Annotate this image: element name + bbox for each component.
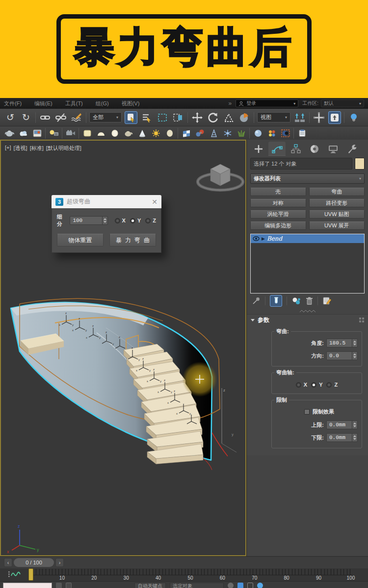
primitive-teapot-icon[interactable] [123,127,134,139]
modbtn-bend[interactable]: 弯曲 [309,188,365,196]
redo-button[interactable]: ↻ [20,111,32,124]
selection-status-field[interactable]: 选择了 12 个 对象 [250,158,352,170]
dialog-close-icon[interactable]: ✕ [152,198,158,206]
select-object-button[interactable] [125,111,137,124]
menu-file[interactable]: 文件(F) [4,100,22,107]
lower-limit-value[interactable]: 0.0mm [327,435,352,441]
search-icon[interactable] [228,583,234,588]
spinner-down-icon[interactable] [353,425,356,427]
window-crossing-toggle-button[interactable] [172,111,184,124]
viewport-menu-standard[interactable]: [标准] [30,145,44,152]
unlink-selection-icon[interactable] [54,111,67,124]
primitive-sphere-icon[interactable] [95,127,106,139]
use-pivot-point-button[interactable] [293,111,306,124]
spinner-up-icon[interactable] [353,353,356,355]
primitive-cone-icon[interactable] [136,127,148,139]
tab-utilities[interactable] [343,142,360,156]
make-unique-icon[interactable] [291,296,301,305]
subdivision-spinner[interactable]: 100 [70,216,107,225]
render-teapot-icon[interactable] [4,127,15,139]
clipboard-tool-icon[interactable] [296,127,308,139]
angle-value[interactable]: 180.5 [327,340,352,346]
dialog-titlebar[interactable]: 3 超级弯曲 ✕ [52,195,161,208]
viewport-menu-shading[interactable]: [默认明暗处理] [46,145,81,152]
modbtn-uvwmap[interactable]: UVW 贴图 [309,210,365,219]
spinner-down-icon[interactable] [353,356,356,358]
modbtn-unwrapuvw[interactable]: UVW 展开 [309,221,365,230]
dialog-axis-z-radio[interactable] [145,218,151,223]
isolate-toggle-icon[interactable] [56,583,62,588]
selection-filter-dropdown[interactable]: 全部 ▾ [89,112,122,122]
snap-toggle-icon[interactable] [313,111,325,124]
menu-overflow-icon[interactable]: » [229,100,232,107]
isolate-selection-icon[interactable] [280,127,291,139]
force-bend-button[interactable]: 暴力弯曲 [109,234,156,246]
parameters-rollout-header[interactable]: 参数 [247,315,368,325]
helper-tower-icon[interactable] [208,127,219,139]
primitive-box-icon[interactable] [81,127,93,139]
material-spheres-icon[interactable] [194,127,206,139]
upper-limit-value[interactable]: 0.0mm [327,422,352,428]
workspace-dropdown[interactable]: 默认 ▾ [321,99,364,107]
menu-edit[interactable]: 编辑(E) [34,100,53,107]
modifier-list-dropdown[interactable]: 修改器列表 ▾ [250,173,365,184]
object-reset-button[interactable]: 物体重置 [57,234,104,246]
autokey-button[interactable]: 自动关键点 [134,583,166,588]
play-controls-icon[interactable] [257,583,263,588]
modbtn-turbosmooth[interactable]: 涡轮平滑 [250,210,306,219]
foliage-grass-icon[interactable] [236,127,247,139]
angle-snap-toggle-button[interactable] [328,111,341,124]
tab-modify[interactable] [268,142,286,156]
configure-modifier-sets-icon[interactable] [322,296,332,305]
camera-icon[interactable] [65,127,76,139]
viewport-menu-pov[interactable]: [透视] [14,145,27,152]
spinner-up-icon[interactable] [104,218,106,220]
modbtn-shell[interactable]: 壳 [250,188,306,196]
bind-to-spacewarp-icon[interactable] [70,111,83,124]
lower-limit-spinner[interactable]: 0.0mm [326,433,358,442]
modbtn-symmetry[interactable]: 对称 [250,199,306,207]
select-and-scale-button[interactable] [222,111,235,124]
previous-frame-button[interactable]: ‹ [4,558,12,567]
bracket-mode-icon[interactable] [247,583,253,588]
select-and-move-button[interactable] [191,111,204,124]
next-frame-button[interactable]: › [55,558,64,567]
selection-set-dropdown[interactable]: 选定对象 [170,583,224,588]
time-scrubber-handle[interactable] [28,568,33,581]
select-by-name-button[interactable] [140,111,153,124]
reference-coordinate-dropdown[interactable]: 视图 ▾ [257,112,290,122]
spinner-snap-bulb-icon[interactable] [347,111,360,124]
spinner-down-icon[interactable] [353,343,356,345]
show-end-result-button[interactable] [270,295,282,307]
environment-cloud-icon[interactable] [18,127,29,139]
undo-button[interactable]: ↺ [4,111,17,124]
light-lister-icon[interactable] [48,127,59,139]
spinner-up-icon[interactable] [353,341,356,343]
subdivision-value[interactable]: 100 [70,218,102,223]
primitive-capsule-icon[interactable] [164,127,175,139]
bend-axis-x-radio[interactable] [296,382,301,388]
tab-motion[interactable] [306,142,323,156]
render-setup-icon[interactable] [31,127,43,139]
angle-spinner[interactable]: 180.5 [326,339,358,347]
keyframe-toggle-icon[interactable] [237,583,243,588]
select-and-link-icon[interactable] [39,111,52,124]
select-and-manipulate-button[interactable] [238,111,251,124]
menu-tools[interactable]: 工具(T) [65,100,83,107]
tab-hierarchy[interactable] [287,142,304,156]
select-and-rotate-button[interactable] [207,111,219,124]
frame-counter[interactable]: 0 / 100 [14,558,54,567]
bend-axis-z-radio[interactable] [326,382,332,388]
modbtn-pathdeform[interactable]: 路径变形 [309,199,365,207]
color-palette-icon[interactable] [266,127,277,139]
sunlight-icon[interactable] [150,127,161,139]
material-checker-icon[interactable] [181,127,192,139]
viewcube[interactable] [198,164,243,190]
tab-display[interactable] [324,142,342,156]
stack-item-bend[interactable]: ▶ Bend [251,234,364,243]
pin-stack-icon[interactable] [252,296,261,305]
superbend-dialog[interactable]: 3 超级弯曲 ✕ 细分 100 X Y Z [52,195,161,253]
direction-spinner[interactable]: 0.0 [326,351,358,360]
spacewarp-snowflake-icon[interactable] [222,127,233,139]
primitive-egg-icon[interactable] [109,127,120,139]
